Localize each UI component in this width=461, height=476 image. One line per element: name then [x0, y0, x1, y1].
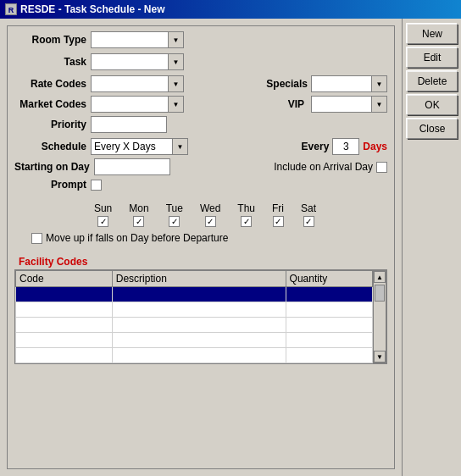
move-text: Move up if falls on Day before Departure — [46, 232, 228, 244]
day-tue: Tue ✓ — [166, 202, 183, 227]
table-row[interactable] — [16, 333, 373, 348]
vertical-scrollbar[interactable]: ▲ ▼ — [373, 270, 386, 363]
market-codes-col: Market Codes ▼ — [14, 96, 273, 113]
priority-label: Priority — [14, 119, 91, 130]
cell-quantity — [286, 348, 372, 363]
cell-quantity — [286, 333, 372, 348]
sat-label: Sat — [301, 202, 316, 214]
cell-code — [16, 287, 113, 302]
sat-checkbox[interactable]: ✓ — [303, 216, 314, 227]
scroll-up[interactable]: ▲ — [374, 271, 386, 283]
move-checkbox[interactable] — [31, 233, 42, 244]
room-type-label: Room Type — [14, 34, 91, 46]
room-type-dropdown[interactable]: ▼ — [91, 31, 184, 48]
cell-description — [112, 287, 286, 302]
specials-arrow[interactable]: ▼ — [371, 76, 386, 91]
cell-description — [112, 302, 286, 318]
schedule-dropdown[interactable]: Every X Days ▼ — [91, 138, 188, 155]
cell-code — [16, 333, 113, 348]
title-bar: R RESDE - Task Schedule - New — [0, 0, 461, 19]
task-dropdown[interactable]: ▼ — [91, 53, 184, 70]
day-sun: Sun ✓ — [94, 202, 112, 227]
priority-input[interactable] — [91, 116, 167, 133]
every-number-input[interactable] — [332, 138, 359, 155]
tue-checkbox[interactable]: ✓ — [169, 216, 180, 227]
cell-quantity — [286, 318, 372, 333]
include-checkbox[interactable] — [376, 162, 387, 173]
specials-label: Specials — [266, 78, 308, 90]
vip-col: VIP ▼ — [273, 96, 387, 113]
schedule-arrow[interactable]: ▼ — [172, 139, 187, 154]
title-text: RESDE - Task Schedule - New — [20, 3, 165, 15]
day-fri: Fri ✓ — [272, 202, 284, 227]
include-text: Include on Arrival Day — [274, 161, 373, 173]
rate-codes-dropdown[interactable]: ▼ — [91, 75, 184, 92]
facility-section: Facility Codes Code Description Quantity — [14, 254, 387, 364]
market-codes-dropdown[interactable]: ▼ — [91, 96, 184, 113]
facility-table: Code Description Quantity — [15, 270, 373, 363]
starting-day-label: Starting on Day — [14, 161, 94, 173]
prompt-row: Prompt — [14, 179, 387, 191]
vip-arrow[interactable]: ▼ — [371, 97, 386, 112]
include-col: Include on Arrival Day — [274, 161, 387, 173]
tue-label: Tue — [166, 202, 183, 214]
prompt-checkbox[interactable] — [91, 180, 102, 191]
starting-day-input[interactable] — [94, 158, 170, 175]
table-row[interactable] — [16, 287, 373, 302]
mon-checkbox[interactable]: ✓ — [133, 216, 144, 227]
days-row: Sun ✓ Mon ✓ Tue ✓ Wed ✓ — [23, 202, 387, 227]
cell-description — [112, 348, 286, 363]
schedule-label: Schedule — [14, 141, 91, 152]
fri-label: Fri — [272, 202, 284, 214]
facility-title: Facility Codes — [14, 254, 387, 269]
every-days-text: Days — [363, 141, 387, 152]
app-icon: R — [5, 3, 17, 15]
scroll-down[interactable]: ▼ — [374, 351, 386, 363]
market-codes-label: Market Codes — [14, 98, 91, 110]
task-arrow[interactable]: ▼ — [168, 54, 183, 69]
rate-specials-row: Rate Codes ▼ Specials ▼ — [14, 75, 387, 92]
delete-button[interactable]: Delete — [407, 71, 458, 91]
room-type-arrow[interactable]: ▼ — [168, 32, 183, 47]
fri-checkbox[interactable]: ✓ — [273, 216, 284, 227]
close-button[interactable]: Close — [407, 119, 458, 139]
day-thu: Thu ✓ — [237, 202, 255, 227]
scroll-thumb[interactable] — [375, 285, 385, 302]
cell-description — [112, 333, 286, 348]
thu-checkbox[interactable]: ✓ — [241, 216, 252, 227]
sun-label: Sun — [94, 202, 112, 214]
edit-button[interactable]: Edit — [407, 47, 458, 68]
cell-code — [16, 302, 113, 318]
main-content: Room Type ▼ Task ▼ Rate Codes — [0, 19, 461, 476]
every-label: Every — [302, 141, 330, 152]
wed-label: Wed — [200, 202, 220, 214]
vip-dropdown[interactable]: ▼ — [311, 96, 387, 113]
room-type-row: Room Type ▼ — [14, 31, 387, 48]
schedule-row: Schedule Every X Days ▼ Every Days — [14, 138, 387, 155]
schedule-col: Schedule Every X Days ▼ — [14, 138, 293, 155]
col-code: Code — [16, 271, 113, 287]
left-panel: Room Type ▼ Task ▼ Rate Codes — [0, 19, 402, 476]
move-row: Move up if falls on Day before Departure — [31, 232, 387, 244]
table-row[interactable] — [16, 302, 373, 318]
ok-button[interactable]: OK — [407, 95, 458, 115]
specials-dropdown[interactable]: ▼ — [311, 75, 387, 92]
day-mon: Mon ✓ — [129, 202, 148, 227]
wed-checkbox[interactable]: ✓ — [205, 216, 216, 227]
table-row[interactable] — [16, 318, 373, 333]
market-codes-arrow[interactable]: ▼ — [168, 97, 183, 112]
sun-checkbox[interactable]: ✓ — [97, 216, 108, 227]
starting-day-col: Starting on Day — [14, 158, 269, 175]
form-section: Room Type ▼ Task ▼ Rate Codes — [7, 25, 395, 469]
new-button[interactable]: New — [407, 24, 458, 44]
thu-label: Thu — [237, 202, 255, 214]
rate-codes-label: Rate Codes — [14, 78, 91, 90]
market-vip-row: Market Codes ▼ VIP ▼ — [14, 96, 387, 113]
prompt-label: Prompt — [14, 179, 91, 191]
cell-quantity — [286, 287, 372, 302]
task-label: Task — [14, 56, 91, 68]
table-row[interactable] — [16, 348, 373, 363]
rate-codes-col: Rate Codes ▼ — [14, 75, 266, 92]
rate-codes-arrow[interactable]: ▼ — [168, 76, 183, 91]
right-panel: New Edit Delete OK Close — [402, 19, 461, 476]
